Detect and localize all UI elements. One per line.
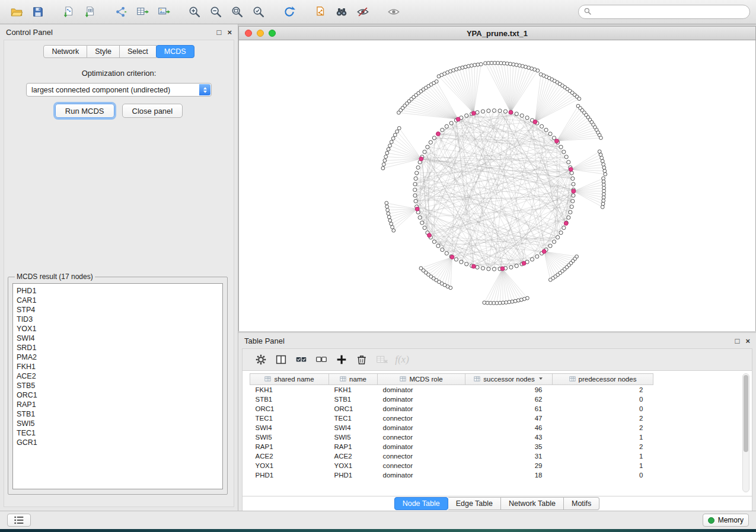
table-column-icon	[569, 376, 576, 383]
select-all-icon[interactable]	[291, 351, 311, 368]
mcds-result-item[interactable]: STB5	[17, 381, 222, 390]
table-column-icon	[340, 376, 346, 383]
mcds-result-item[interactable]: SWI5	[17, 419, 222, 428]
column-header-name[interactable]: name	[329, 374, 378, 385]
window-zoom-icon[interactable]	[269, 30, 276, 37]
import-table-icon[interactable]	[79, 2, 101, 21]
show-graphics-icon[interactable]	[383, 2, 404, 21]
table-row[interactable]: TEC1TEC1connector472	[250, 414, 653, 423]
mcds-result-item[interactable]: ORC1	[17, 390, 222, 400]
memory-label: Memory	[718, 516, 744, 524]
table-column-icon	[400, 376, 406, 383]
tab-edge-table[interactable]: Edge Table	[448, 497, 501, 510]
export-network-icon[interactable]	[110, 2, 132, 21]
run-mcds-button[interactable]: Run MCDS	[55, 104, 114, 118]
window-close-icon[interactable]	[245, 30, 252, 37]
gear-icon[interactable]	[251, 351, 271, 368]
save-icon[interactable]	[27, 2, 49, 21]
columns-icon[interactable]	[271, 351, 291, 368]
table-vertical-scrollbar[interactable]	[742, 373, 749, 492]
network-canvas[interactable]	[239, 40, 755, 333]
float-panel-icon[interactable]: □	[217, 28, 222, 36]
tab-style[interactable]: Style	[87, 45, 120, 58]
mcds-result-item[interactable]: RAP1	[17, 400, 222, 409]
clear-table-icon[interactable]	[372, 351, 392, 368]
scrollbar-thumb[interactable]	[744, 375, 748, 452]
mcds-result-item[interactable]: PMA2	[17, 352, 222, 362]
mcds-result-list[interactable]: PHD1CAR1STP4TID3YOX1SWI4SRD1PMA2FKH1ACE2…	[12, 283, 223, 489]
mcds-result-item[interactable]: ACE2	[17, 371, 222, 381]
mcds-result-item[interactable]: CAR1	[17, 296, 222, 305]
mcds-result-box: MCDS result (17 nodes) PHD1CAR1STP4TID3Y…	[8, 273, 228, 495]
mcds-result-item[interactable]: GCR1	[17, 438, 222, 447]
refresh-icon[interactable]	[279, 2, 300, 21]
dropdown-stepper-icon	[199, 84, 210, 95]
table-tabs-row: Node TableEdge TableNetwork TableMotifs	[242, 496, 752, 511]
search-box[interactable]	[578, 5, 750, 19]
panel-selector-button[interactable]	[7, 514, 31, 527]
mcds-result-item[interactable]: YOX1	[17, 324, 222, 334]
tab-node-table[interactable]: Node Table	[394, 497, 448, 510]
close-panel-icon[interactable]: ×	[227, 28, 232, 36]
add-row-icon[interactable]	[331, 351, 352, 368]
table-row[interactable]: FKH1FKH1dominator962	[250, 385, 653, 395]
table-panel: Table Panel □ × f(x) shared namenameMCDS…	[238, 333, 756, 511]
table-row[interactable]: RAP1RAP1dominator352	[250, 442, 653, 451]
memory-button[interactable]: Memory	[703, 514, 749, 527]
close-panel-button[interactable]: Close panel	[122, 104, 183, 118]
network-window-title: YPA_prune.txt_1	[467, 29, 528, 38]
column-header-MCDS-role[interactable]: MCDS role	[378, 374, 465, 385]
mcds-result-item[interactable]: STP4	[17, 305, 222, 315]
tab-network[interactable]: Network	[43, 45, 87, 58]
control-panel-tabs: NetworkStyleSelectMCDS	[43, 45, 194, 58]
binoculars-icon[interactable]	[331, 2, 352, 21]
table-row[interactable]: ORC1ORC1dominator610	[250, 404, 653, 414]
column-header-shared-name[interactable]: shared name	[250, 374, 329, 385]
table-row[interactable]: ACE2ACE2connector311	[250, 451, 653, 461]
desktop-wallpaper	[0, 529, 756, 532]
zoom-selected-icon[interactable]	[248, 2, 269, 21]
delete-row-icon[interactable]	[352, 351, 372, 368]
tab-select[interactable]: Select	[120, 45, 157, 58]
column-header-successor-nodes[interactable]: successor nodes	[465, 374, 553, 385]
zoom-in-icon[interactable]	[184, 2, 205, 21]
duplicate-network-icon[interactable]	[310, 2, 331, 21]
hide-graphics-icon[interactable]	[352, 2, 374, 21]
mcds-result-item[interactable]: PHD1	[17, 286, 222, 296]
zoom-fit-icon[interactable]	[227, 2, 248, 21]
zoom-out-icon[interactable]	[205, 2, 227, 21]
node-table: shared namenameMCDS rolesuccessor nodesp…	[250, 373, 653, 480]
tab-network-table[interactable]: Network Table	[501, 497, 564, 510]
table-row[interactable]: PHD1PHD1dominator180	[250, 470, 653, 480]
import-network-icon[interactable]	[58, 2, 79, 21]
mcds-result-item[interactable]: SRD1	[17, 343, 222, 352]
table-row[interactable]: STB1STB1dominator620	[250, 395, 653, 404]
export-table-icon[interactable]	[132, 2, 153, 21]
mcds-result-item[interactable]: STB1	[17, 409, 222, 419]
network-window: YPA_prune.txt_1	[238, 26, 756, 331]
close-panel-icon[interactable]: ×	[745, 337, 750, 345]
mcds-result-item[interactable]: TID3	[17, 315, 222, 324]
column-header-predecessor-nodes[interactable]: predecessor nodes	[553, 374, 653, 385]
table-row[interactable]: SWI4SWI4dominator462	[250, 423, 653, 432]
tab-motifs[interactable]: Motifs	[564, 497, 599, 510]
mcds-result-item[interactable]: TEC1	[17, 428, 222, 438]
right-column: YPA_prune.txt_1 Table Panel □	[238, 24, 756, 511]
table-row[interactable]: SWI5SWI5connector431	[250, 432, 653, 442]
search-input[interactable]	[595, 8, 745, 16]
export-image-icon[interactable]	[153, 2, 174, 21]
fx-icon[interactable]: f(x)	[392, 351, 412, 368]
mcds-result-item[interactable]: FKH1	[17, 362, 222, 371]
float-panel-icon[interactable]: □	[735, 337, 740, 345]
optimization-dropdown-value: largest connected component (undirected)	[31, 86, 170, 94]
mcds-result-item[interactable]: SWI4	[17, 334, 222, 343]
table-row[interactable]: YOX1YOX1connector291	[250, 461, 653, 470]
status-bar: Memory	[0, 511, 756, 529]
search-icon	[583, 7, 592, 17]
deselect-all-icon[interactable]	[311, 351, 331, 368]
open-folder-icon[interactable]	[6, 2, 27, 21]
optimization-dropdown[interactable]: largest connected component (undirected)	[26, 83, 212, 97]
table-column-icon	[264, 376, 271, 383]
window-minimize-icon[interactable]	[257, 30, 264, 37]
tab-mcds[interactable]: MCDS	[156, 45, 194, 58]
